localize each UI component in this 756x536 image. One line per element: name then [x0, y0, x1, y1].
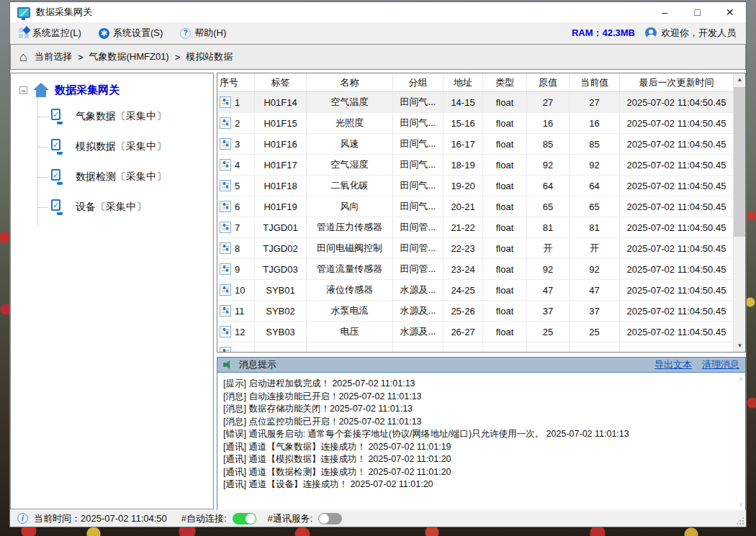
column-header-0[interactable]: 序号: [217, 73, 255, 91]
cell-2: 电压: [307, 322, 393, 342]
cell-3: 田间管...: [393, 217, 444, 237]
cell-1: H01F19: [255, 196, 307, 217]
close-button[interactable]: ✕: [714, 2, 746, 22]
cell-7: 37: [570, 301, 620, 321]
cell-5: float: [483, 113, 527, 133]
cell-5: float: [483, 196, 527, 217]
row-index: 2: [235, 118, 240, 129]
monitor-check-icon: ✓: [51, 169, 68, 185]
tree-item-label: 气象数据〔采集中〕: [76, 110, 166, 123]
cell-index: 10: [217, 280, 255, 300]
menu-system-settings[interactable]: ✱ 系统设置(S): [90, 22, 171, 44]
tree-item-label: 设备〔采集中〕: [76, 201, 146, 214]
cell-3: 田间气...: [393, 113, 444, 133]
column-header-4[interactable]: 地址: [444, 73, 483, 91]
row-index: 5: [235, 181, 240, 191]
tree-root-gateway[interactable]: 数据采集网关: [19, 83, 213, 97]
column-header-5[interactable]: 类型: [483, 73, 527, 91]
column-header-2[interactable]: 名称: [307, 73, 393, 91]
cell-1: H01F16: [255, 134, 307, 154]
cell-4: 20-21: [444, 196, 483, 217]
msg-scroll-up-icon[interactable]: ∧: [738, 376, 743, 383]
cell-1: [255, 342, 307, 353]
point-icon: [220, 96, 231, 108]
table-row[interactable]: 6H01F19风向田间气...20-21float65652025-07-02 …: [217, 196, 733, 217]
tree-item-1[interactable]: ✓模拟数据〔采集中〕: [38, 132, 213, 162]
cell-8: 2025-07-02 11:04:50.45: [620, 238, 733, 258]
cell-3: 水源及...: [393, 322, 444, 342]
collapse-icon[interactable]: [19, 86, 27, 94]
cell-1: H01F17: [255, 155, 307, 175]
scrollbar-thumb[interactable]: [734, 87, 746, 237]
row-index: 11: [235, 306, 245, 317]
table-row[interactable]: 11SYB02水泵电流水源及...25-26float37372025-07-0…: [217, 301, 733, 322]
cell-8: [620, 342, 733, 353]
scroll-up-icon[interactable]: ▲: [734, 73, 746, 86]
cell-5: float: [483, 155, 527, 175]
user-icon: [645, 27, 657, 39]
cell-8: 2025-07-02 11:04:50.45: [620, 176, 733, 196]
resize-grip[interactable]: [735, 516, 744, 524]
cell-7: 92: [570, 155, 620, 175]
column-header-8[interactable]: 最后一次更新时间: [620, 73, 733, 91]
table-row[interactable]: 2H01F15光照度田间气...15-16float16162025-07-02…: [217, 113, 733, 134]
table-row[interactable]: 9TJGD03管道流量传感器田间管...23-24float92922025-0…: [217, 259, 733, 280]
row-index: 4: [235, 160, 240, 171]
cell-7: 27: [570, 92, 620, 112]
cell-index: 2: [217, 113, 255, 133]
breadcrumb-item-channel[interactable]: 气象数据(HMFZ01): [89, 50, 168, 63]
tree-item-3[interactable]: ✓设备〔采集中〕: [38, 192, 213, 222]
cell-5: float: [483, 134, 527, 154]
table-row[interactable]: 10SYB01液位传感器水源及...24-25float47472025-07-…: [217, 280, 733, 301]
column-header-1[interactable]: 标签: [255, 73, 307, 91]
cell-4: 25-26: [444, 301, 483, 321]
log-line: [消息] 点位监控功能已开启！2025-07-02 11:01:13: [223, 416, 731, 429]
menu-system-monitor[interactable]: 系统监控(L): [10, 22, 90, 44]
message-panel: 消息提示 导出文本 清理消息 ∧ ∨ [提示] 启动进程加载完成！ 2025-0…: [217, 357, 746, 512]
cell-7: 81: [570, 217, 620, 237]
sidebar-tree: 数据采集网关 ✓气象数据〔采集中〕✓模拟数据〔采集中〕✓数据检测〔采集中〕✓设备…: [10, 73, 214, 509]
cell-7: 47: [570, 280, 620, 300]
column-header-6[interactable]: 原值: [527, 73, 570, 91]
breadcrumb-item-page[interactable]: 模拟站数据: [186, 50, 233, 63]
table-row[interactable]: 5H01F18二氧化碳田间气...19-20float64642025-07-0…: [217, 176, 733, 196]
clear-messages-link[interactable]: 清理消息: [702, 358, 739, 371]
table-row[interactable]: [217, 342, 733, 353]
cell-7: [570, 342, 620, 353]
cell-1: TJGD03: [255, 259, 307, 279]
msg-scroll-down-icon[interactable]: ∨: [738, 501, 743, 508]
auto-connect-toggle[interactable]: [233, 513, 256, 524]
cell-2: 风向: [307, 196, 393, 217]
cell-6: 开: [527, 238, 570, 258]
table-row[interactable]: 4H01F17空气湿度田间气...18-19float92922025-07-0…: [217, 155, 733, 176]
column-header-7[interactable]: 当前值: [570, 73, 620, 91]
scroll-down-icon[interactable]: ▼: [734, 340, 746, 352]
cell-4: 16-17: [444, 134, 483, 154]
point-icon: [220, 222, 231, 233]
minimize-button[interactable]: –: [649, 2, 681, 22]
cell-8: 2025-07-02 11:04:50.45: [620, 322, 733, 342]
maximize-button[interactable]: □: [681, 2, 714, 22]
cell-6: 16: [527, 113, 570, 133]
menu-help[interactable]: ? 帮助(H): [171, 22, 235, 44]
column-header-3[interactable]: 分组: [393, 73, 444, 91]
cell-index: 12: [217, 322, 255, 342]
tree-item-0[interactable]: ✓气象数据〔采集中〕: [38, 101, 213, 132]
table-row[interactable]: 12SYB03电压水源及...26-27float25252025-07-02 …: [217, 322, 733, 342]
ram-usage: RAM：42.3MB: [572, 27, 635, 40]
comm-service-toggle[interactable]: [318, 513, 342, 524]
table-row[interactable]: 7TJGD01管道压力传感器田间管...21-22float81812025-0…: [217, 217, 733, 238]
cell-7: 25: [570, 322, 620, 342]
table-row[interactable]: 8TJGD02田间电磁阀控制田间管...22-23float开开2025-07-…: [217, 238, 733, 259]
table-row[interactable]: 3H01F16风速田间气...16-17float85852025-07-02 …: [217, 134, 733, 155]
table-scrollbar[interactable]: ▲ ▼: [733, 73, 745, 352]
export-text-link[interactable]: 导出文本: [654, 358, 692, 371]
log-line: [提示] 启动进程加载完成！ 2025-07-02 11:01:13: [223, 378, 731, 391]
table-row[interactable]: 1H01F14空气温度田间气...14-15float27272025-07-0…: [217, 92, 733, 113]
cell-4: 18-19: [444, 155, 483, 175]
tree-item-2[interactable]: ✓数据检测〔采集中〕: [38, 162, 213, 192]
cell-2: 液位传感器: [307, 280, 393, 300]
message-log[interactable]: ∧ ∨ [提示] 启动进程加载完成！ 2025-07-02 11:01:13[消…: [217, 373, 745, 511]
welcome-area: 欢迎你，开发人员: [645, 27, 736, 40]
title-bar[interactable]: 数据采集网关 – □ ✕: [10, 2, 746, 22]
